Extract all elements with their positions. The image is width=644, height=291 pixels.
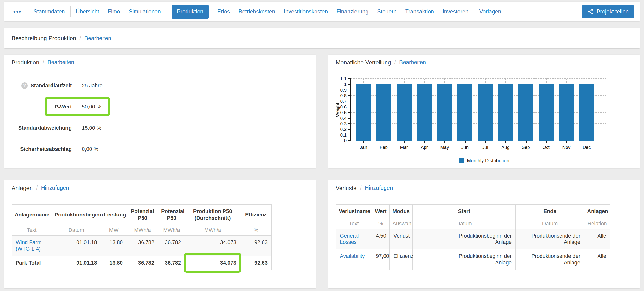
- chart-legend[interactable]: Monthly Distribution: [328, 158, 640, 164]
- bar-slot-feb: [374, 79, 394, 141]
- unit-cell: Text: [336, 218, 372, 229]
- general-losses-link[interactable]: General Losses: [340, 233, 358, 245]
- cell-potenzial-p50: 36.782: [127, 236, 158, 256]
- column-header: Wert: [372, 205, 390, 218]
- verluste-panel-header: Verluste / Hinzufügen: [328, 180, 640, 196]
- cell-ende: Produktionsende der Anlage: [522, 253, 580, 266]
- unit-cell: %: [372, 218, 390, 229]
- produktion-panel: Produktion / Bearbeiten ? Standardlaufze…: [4, 55, 316, 168]
- tab-investitionskosten[interactable]: Investitionskosten: [284, 8, 328, 15]
- bar-jul: [478, 84, 493, 141]
- column-header: Produktionsbeginn: [52, 205, 101, 225]
- breadcrumb-action-bearbeiten[interactable]: Bearbeiten: [84, 35, 111, 42]
- y-axis-tick: [348, 129, 351, 130]
- help-icon[interactable]: ?: [22, 82, 28, 89]
- bar-apr: [417, 84, 432, 141]
- cell-start: Produktionsbeginn der Anlage: [454, 233, 512, 246]
- bar-jun: [458, 84, 472, 141]
- y-axis-tick: [348, 118, 351, 119]
- bar-slot-sep: [516, 79, 536, 141]
- panel-title: Produktion: [12, 59, 39, 66]
- tab-investoren[interactable]: Investoren: [442, 8, 468, 15]
- bar-may: [437, 84, 452, 141]
- top-navigation-bar: ••• Stammdaten Übersicht Fimo Simulation…: [4, 2, 640, 21]
- cell-ende: Produktionsende der Anlage: [522, 233, 580, 246]
- unit-cell: MWh/a: [127, 225, 158, 236]
- tab-stammdaten[interactable]: Stammdaten: [34, 8, 65, 15]
- nav-tabs: Produktion Erlös Betriebskosten Investit…: [172, 5, 468, 18]
- bar-feb: [376, 84, 391, 141]
- x-axis-label-aug: Aug: [495, 145, 516, 150]
- cell-potenzial-p50: 36.782: [127, 256, 158, 270]
- y-axis-tick-label: 0.3: [340, 121, 346, 126]
- tab-produktion[interactable]: Produktion: [172, 5, 209, 18]
- anlagen-header-row: Anlagenname Produktionsbeginn Leistung P…: [12, 205, 272, 225]
- x-axis-label-dec: Dec: [576, 145, 597, 150]
- x-axis-tick: [465, 141, 466, 143]
- tab-vorlagen[interactable]: Vorlagen: [479, 8, 501, 15]
- nav-separator: [474, 6, 474, 17]
- cell-anlagen: Alle: [584, 229, 610, 249]
- verluste-hinzufuegen-link[interactable]: Hinzufügen: [365, 185, 393, 191]
- cell-start: Produktionsbeginn der Anlage: [454, 253, 512, 266]
- y-axis-tick: [348, 112, 351, 113]
- tab-erloes[interactable]: Erlös: [217, 8, 230, 15]
- unit-cell: MWh/a: [185, 225, 240, 236]
- produktion-panel-header: Produktion / Bearbeiten: [4, 55, 316, 70]
- x-axis-label-mar: Mar: [394, 145, 414, 150]
- sicherheitsabschlag-value: 0,00 %: [82, 146, 308, 152]
- x-axis-label-sep: Sep: [516, 145, 536, 150]
- tab-steuern[interactable]: Steuern: [377, 8, 396, 15]
- tab-simulationen[interactable]: Simulationen: [129, 8, 161, 15]
- cell-effizienz: 92,63: [240, 256, 272, 270]
- x-axis-tick: [506, 141, 506, 143]
- anlagen-hinzufuegen-link[interactable]: Hinzufügen: [41, 185, 69, 191]
- y-axis-tick-label: 1: [344, 82, 346, 87]
- column-header: Modus: [390, 205, 413, 218]
- unit-cell: MWh/a: [158, 225, 185, 236]
- nav-separator: [28, 6, 28, 17]
- panel-title-separator: /: [42, 59, 44, 66]
- y-axis-tick-label: 0: [344, 138, 346, 143]
- x-axis-label-nov: Nov: [556, 145, 576, 150]
- x-axis-tick: [384, 141, 384, 143]
- y-axis-tick: [348, 84, 351, 85]
- y-axis-tick: [348, 101, 351, 101]
- y-axis-tick: [348, 107, 351, 107]
- anlagen-table: Anlagenname Produktionsbeginn Leistung P…: [12, 204, 272, 270]
- x-axis-label-apr: Apr: [414, 145, 434, 150]
- availability-link[interactable]: Availability: [340, 253, 365, 259]
- tab-uebersicht[interactable]: Übersicht: [76, 8, 99, 15]
- y-axis-tick-label: 0.6: [340, 104, 346, 110]
- x-axis-tick: [364, 141, 364, 143]
- nav-tabs: Übersicht Fimo Simulationen: [76, 8, 161, 15]
- bar-slot-nov: [556, 79, 576, 141]
- verteilung-bearbeiten-link[interactable]: Bearbeiten: [399, 59, 426, 66]
- tab-transaktion[interactable]: Transaktion: [405, 8, 434, 15]
- tab-fimo[interactable]: Fimo: [108, 8, 120, 15]
- y-axis-tick-label: 1.1: [340, 76, 346, 81]
- bar-jan: [356, 84, 371, 141]
- x-axis-label-jul: Jul: [475, 145, 495, 150]
- x-axis-tick: [424, 141, 425, 143]
- y-axis-tick-label: 0.1: [340, 133, 346, 138]
- nav-separator: [166, 6, 166, 17]
- nav-tabs: Vorlagen: [479, 8, 501, 15]
- breadcrumb-separator: /: [80, 35, 81, 42]
- wind-farm-link[interactable]: Wind Farm (WTG 1-4): [16, 239, 42, 252]
- x-axis-tick: [566, 141, 567, 143]
- more-menu-button[interactable]: •••: [11, 7, 24, 16]
- share-project-button[interactable]: Projekt teilen: [582, 5, 634, 18]
- panel-title-separator: /: [36, 185, 38, 191]
- x-axis-label-feb: Feb: [374, 145, 394, 150]
- field-label: Sicherheitsabschlag: [12, 146, 72, 152]
- produktion-bearbeiten-link[interactable]: Bearbeiten: [48, 59, 74, 66]
- cell-produktion-p50: 34.073: [185, 236, 240, 256]
- unit-cell: %: [240, 225, 272, 236]
- share-button-label: Projekt teilen: [596, 8, 628, 15]
- form-row-sicherheitsabschlag: Sicherheitsabschlag 0,00 %: [12, 139, 308, 160]
- unit-cell: Datum: [52, 225, 101, 236]
- tab-finanzierung[interactable]: Finanzierung: [336, 8, 368, 15]
- tab-betriebskosten[interactable]: Betriebskosten: [238, 8, 275, 15]
- column-header: Effizienz: [240, 205, 272, 225]
